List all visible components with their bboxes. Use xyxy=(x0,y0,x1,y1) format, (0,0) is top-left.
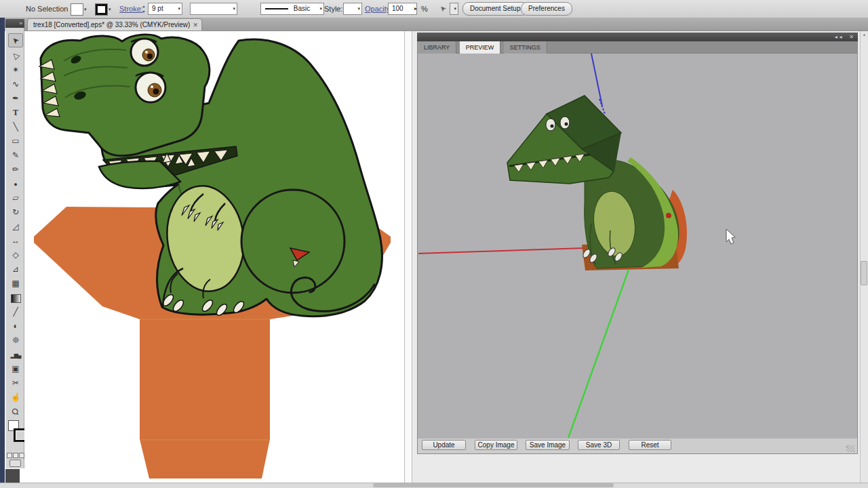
direct-selection-tool[interactable]: ▷ xyxy=(6,49,25,63)
symbol-sprayer-tool[interactable]: ❊ xyxy=(6,333,25,348)
update-button[interactable]: Update xyxy=(422,440,466,450)
chevron-down-icon[interactable]: ▾ xyxy=(319,3,322,14)
artboard-canvas[interactable] xyxy=(24,31,404,483)
trex-head-flap[interactable] xyxy=(39,35,210,156)
free-transform-tool[interactable]: ◇ xyxy=(6,248,25,262)
close-icon[interactable]: ✕ xyxy=(193,19,198,31)
draw-inside-mode-button[interactable] xyxy=(19,453,24,458)
vertical-scroll-thumb[interactable] xyxy=(861,261,867,285)
magic-wand-tool[interactable]: ✶ xyxy=(6,63,25,77)
preferences-button[interactable]: Preferences xyxy=(521,2,572,16)
panel-title-bar[interactable]: ◄◄ ✕ xyxy=(417,33,858,41)
drawing-modes xyxy=(5,449,24,458)
lasso-tool[interactable]: ∿ xyxy=(6,77,25,92)
window-vertical-scrollbar[interactable]: ▴ xyxy=(860,31,868,483)
chevron-down-icon[interactable]: ▾ xyxy=(233,3,235,14)
pencil-tool[interactable]: ✏ xyxy=(6,163,25,177)
eyedropper-tool[interactable]: ╱ xyxy=(6,305,25,319)
draw-normal-mode-button[interactable] xyxy=(7,453,12,458)
blob-brush-tool[interactable]: ● xyxy=(6,177,25,191)
preview-3d-scene xyxy=(418,54,857,439)
column-graph-tool[interactable]: ▂▆▄ xyxy=(6,348,25,362)
z-axis-line xyxy=(591,54,602,106)
tab-library[interactable]: LIBRARY xyxy=(418,41,456,54)
style-label: Style: xyxy=(324,0,343,18)
fill-color-swatch[interactable] xyxy=(71,3,83,16)
select-similar-icon[interactable]: ➤ xyxy=(439,0,446,18)
fill-stroke-indicator xyxy=(5,419,24,447)
selection-status-label: No Selection xyxy=(26,0,68,18)
eraser-tool[interactable]: ▱ xyxy=(6,191,25,205)
y-axis-line xyxy=(568,270,629,438)
close-panel-icon[interactable]: ✕ xyxy=(849,33,854,41)
application-window: No Selection ▾ ▾ Stroke: ▴▾ 9 pt▾ ▾ Basi… xyxy=(0,0,868,488)
reset-button[interactable]: Reset xyxy=(629,440,671,450)
stroke-label[interactable]: Stroke: xyxy=(119,0,143,18)
save-3d-button[interactable]: Save 3D xyxy=(578,440,620,450)
line-profile-icon xyxy=(265,8,288,9)
opacity-arrow-icon[interactable]: ▸ xyxy=(414,0,417,18)
mesh-tool[interactable]: ▦ xyxy=(6,277,25,291)
stroke-weight-stepper[interactable]: ▴▾ xyxy=(141,3,146,14)
gradient-swatch-icon xyxy=(11,294,21,303)
mouse-cursor xyxy=(726,229,735,244)
copy-image-button[interactable]: Copy Image xyxy=(475,440,517,450)
type-tool[interactable]: T xyxy=(6,106,25,120)
stroke-weight-input[interactable]: 9 pt▾ xyxy=(148,3,182,15)
rotate-tool[interactable]: ↻ xyxy=(6,205,25,220)
variable-width-profile-select[interactable]: Basic ▾ xyxy=(260,3,324,15)
document-tab[interactable]: trex18 [Converted].eps* @ 33.33% (CMYK/P… xyxy=(27,18,202,30)
horizontal-scroll-thumb[interactable] xyxy=(373,483,614,487)
tab-settings[interactable]: SETTINGS xyxy=(504,41,547,54)
tab-preview[interactable]: PREVIEW xyxy=(460,41,501,54)
brush-select[interactable]: ▾ xyxy=(190,3,237,15)
hand-tool[interactable]: ☝ xyxy=(6,390,25,405)
rectangle-tool[interactable]: ▭ xyxy=(6,134,25,148)
collapse-panel-icon[interactable]: ◄◄ xyxy=(833,33,843,41)
scroll-up-icon[interactable]: ▴ xyxy=(861,32,868,37)
eye-3d xyxy=(560,117,570,129)
chevron-down-icon[interactable]: ▾ xyxy=(178,3,180,14)
window-edge xyxy=(0,18,5,488)
document-setup-button[interactable]: Document Setup xyxy=(462,2,528,16)
x-axis-line xyxy=(418,248,585,253)
blend-tool[interactable]: ◐ xyxy=(6,319,25,333)
preview-3d-viewport[interactable] xyxy=(418,54,857,439)
eye-3d xyxy=(546,119,555,131)
chevron-down-icon[interactable]: ▾ xyxy=(454,3,456,14)
canvas-vertical-scrollbar[interactable] xyxy=(404,31,412,483)
screen-mode-button[interactable] xyxy=(9,460,21,467)
gradient-tool[interactable] xyxy=(6,291,25,305)
tail-tip-3d xyxy=(666,213,671,218)
scale-tool[interactable]: ◿ xyxy=(6,220,25,234)
artboard-tool[interactable]: ▣ xyxy=(6,362,25,376)
fill-dropdown-icon[interactable]: ▾ xyxy=(84,7,87,12)
selection-tool[interactable]: ➤ xyxy=(8,33,23,47)
trex-dieline-artwork[interactable] xyxy=(24,31,404,483)
control-bar: No Selection ▾ ▾ Stroke: ▴▾ 9 pt▾ ▾ Basi… xyxy=(0,0,868,18)
draw-behind-mode-button[interactable] xyxy=(13,453,18,458)
save-image-button[interactable]: Save Image xyxy=(526,440,570,450)
toolbar: ➤ ▷ ✶ ∿ ✒ T ╲ ▭ ✎ ✏ ● ▱ ↻ ◿ ↔ ◇ ⊿ ▦ ╱ ◐ … xyxy=(5,28,24,468)
paintbrush-tool[interactable]: ✎ xyxy=(6,148,25,163)
opacity-input[interactable]: 100 xyxy=(388,3,417,15)
panel-resize-grip[interactable] xyxy=(846,445,854,452)
slice-tool[interactable]: ✂ xyxy=(6,376,25,390)
panel-tab-bar: LIBRARY PREVIEW SETTINGS xyxy=(418,41,857,54)
graphic-style-select[interactable]: ▾ xyxy=(343,3,362,15)
chevron-down-icon[interactable]: ▾ xyxy=(357,3,360,14)
percent-label: % xyxy=(421,0,428,18)
zoom-tool[interactable]: Ϙ xyxy=(6,405,25,419)
line-segment-tool[interactable]: ╲ xyxy=(6,120,25,134)
pen-tool[interactable]: ✒ xyxy=(6,92,25,106)
stroke-color-swatch[interactable] xyxy=(95,3,108,16)
perspective-grid-tool[interactable]: ⊿ xyxy=(6,262,25,277)
stroke-dropdown-icon[interactable]: ▾ xyxy=(108,7,111,12)
width-tool[interactable]: ↔ xyxy=(6,234,25,248)
toolbar-collapse-header[interactable]: » xyxy=(5,19,24,28)
document-tab-title: trex18 [Converted].eps* @ 33.33% (CMYK/P… xyxy=(33,21,190,28)
trex-3d-model xyxy=(507,96,687,270)
select-similar-dropdown[interactable]: ▾ xyxy=(450,3,458,15)
thigh xyxy=(241,190,344,293)
